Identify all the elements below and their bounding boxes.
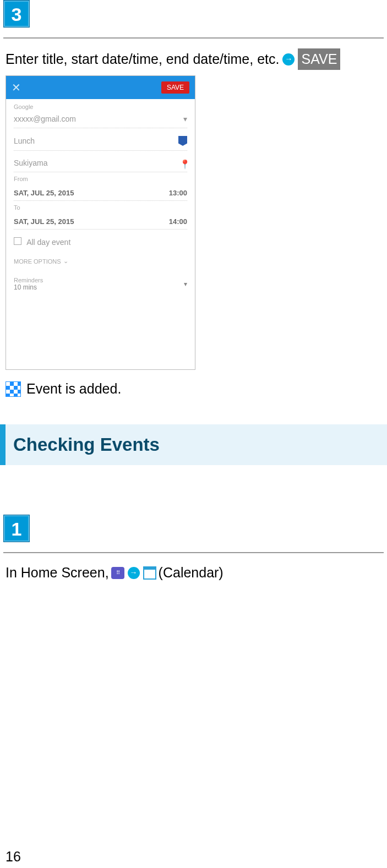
arrow-icon: → [128, 567, 140, 579]
location-row: Sukiyama 📍 [14, 154, 187, 172]
step-3-text: Enter title, start date/time, end date/t… [6, 50, 279, 69]
title-value: Lunch [14, 137, 35, 145]
to-date: SAT, JUL 25, 2015 [14, 217, 74, 226]
step-1-prefix: In Home Screen, [6, 563, 109, 582]
account-value: xxxxx@gmail.com [14, 114, 76, 123]
phone-screenshot: ✕ SAVE Google xxxxx@gmail.com ▾ Lunch Su… [6, 75, 195, 370]
more-label: MORE OPTIONS [14, 258, 61, 265]
close-icon: ✕ [12, 81, 21, 94]
step-1-number: 1 [12, 518, 22, 540]
step-1-badge: 1 [3, 515, 30, 542]
save-button-label: SAVE [298, 48, 340, 70]
step-1-instruction: In Home Screen, ⠿ → (Calendar) [3, 563, 384, 582]
account-row: xxxxx@gmail.com ▾ [14, 110, 187, 128]
checkered-flag-icon [6, 381, 21, 397]
section-title: Checking Events [13, 434, 160, 455]
step-3-instruction: Enter title, start date/time, end date/t… [3, 48, 384, 70]
more-options: MORE OPTIONS ⌄ [14, 254, 187, 268]
location-value: Sukiyama [14, 159, 47, 167]
from-time: 13:00 [169, 189, 187, 197]
phone-header: ✕ SAVE [6, 76, 195, 99]
checkbox-icon [14, 237, 21, 245]
divider [3, 552, 384, 553]
from-date: SAT, JUL 25, 2015 [14, 189, 74, 197]
to-label: To [14, 204, 187, 211]
phone-body: Google xxxxx@gmail.com ▾ Lunch Sukiyama … [6, 99, 195, 369]
reminder-value: 10 mins [14, 283, 43, 291]
step-3-badge: 3 [3, 0, 30, 28]
account-label: Google [14, 103, 187, 110]
section-heading: Checking Events [0, 424, 387, 465]
divider [3, 37, 384, 39]
reminder-label: Reminders [14, 277, 43, 283]
reminder-col: Reminders 10 mins [14, 277, 43, 291]
result-line: Event is added. [3, 381, 384, 397]
step-3-number: 3 [12, 4, 22, 25]
phone-save-button: SAVE [161, 81, 189, 94]
phone-account: Google xxxxx@gmail.com ▾ [14, 103, 187, 128]
to-time: 14:00 [169, 217, 187, 226]
reminder-row: Reminders 10 mins ▾ [14, 271, 187, 291]
calendar-icon [143, 566, 156, 580]
page-number: 16 [6, 849, 21, 865]
dropdown-icon: ▾ [183, 114, 187, 123]
arrow-icon: → [282, 53, 295, 65]
location-pin-icon: 📍 [179, 159, 187, 167]
chevron-down-icon: ⌄ [63, 258, 68, 265]
title-row: Lunch [14, 132, 187, 151]
dropdown-icon: ▾ [184, 280, 187, 288]
tag-icon [178, 136, 187, 146]
to-row: SAT, JUL 25, 2015 14:00 [14, 214, 187, 230]
allday-row: All day event [14, 233, 187, 251]
step-1-suffix: (Calendar) [159, 563, 224, 582]
from-label: From [14, 176, 187, 182]
allday-label: All day event [26, 238, 70, 247]
apps-grid-icon: ⠿ [111, 567, 124, 579]
result-text: Event is added. [26, 381, 121, 397]
from-row: SAT, JUL 25, 2015 13:00 [14, 185, 187, 201]
allday-wrap: All day event [14, 237, 70, 247]
